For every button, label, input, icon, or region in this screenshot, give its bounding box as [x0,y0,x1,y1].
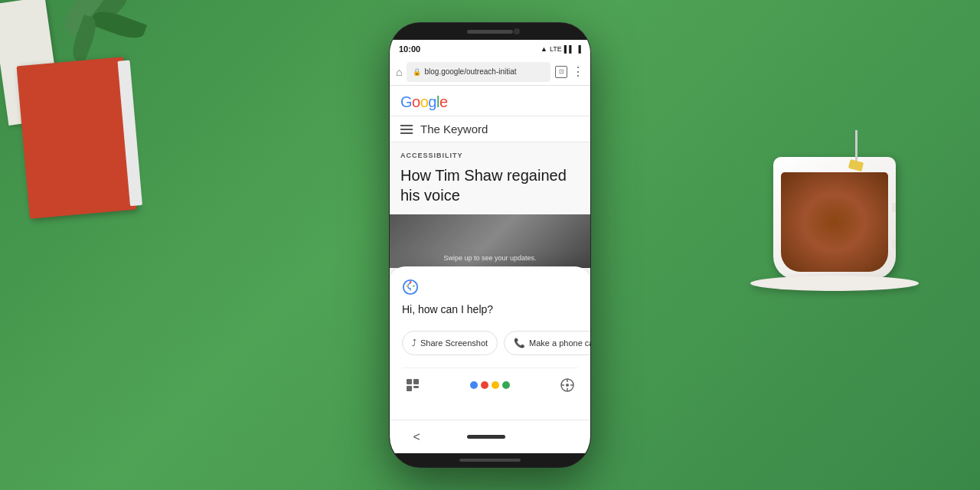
assistant-header [402,279,578,296]
article-category: ACCESSIBILITY [400,152,580,159]
article-section: ACCESSIBILITY How Tim Shaw regained his … [390,142,590,214]
bottom-bar [459,459,521,462]
lock-icon: 🔒 [413,68,421,76]
tea-cup-area [658,0,980,490]
assistant-shortcuts-icon[interactable] [402,374,423,396]
hamburger-menu-icon[interactable] [400,125,413,134]
phone-camera [514,28,520,34]
phone-device: 10:00 ▲ LTE ▌▌ ▐ ⌂ 🔒 blog.google/outreac… [390,23,590,467]
signal-bars-icon: ▌▌ [564,45,574,53]
svg-point-7 [566,384,569,387]
svg-rect-4 [407,386,412,391]
url-bar[interactable]: 🔒 blog.google/outreach-initiat [407,62,550,82]
tab-icon[interactable]: ⊡ [555,66,567,78]
tea-bag-tag [855,130,858,161]
signal-icon: LTE [550,45,562,53]
phone-top-bezel [390,23,590,40]
phone-screen: 10:00 ▲ LTE ▌▌ ▐ ⌂ 🔒 blog.google/outreac… [390,40,590,420]
assistant-suggestions: ⤴ Share Screenshot 📞 Make a phone call [402,331,578,355]
phone-bottom-bezel [390,453,590,467]
scene: 10:00 ▲ LTE ▌▌ ▐ ⌂ 🔒 blog.google/outreac… [0,0,980,490]
page-content: Google The Keyword ACCESSIBILITY How Tim… [390,86,590,420]
url-text: blog.google/outreach-initiat [424,67,516,76]
article-headline[interactable]: How Tim Shaw regained his voice [400,165,580,205]
share-screenshot-label: Share Screenshot [420,338,488,348]
google-logo: Google [400,93,580,111]
assistant-greeting-text: Hi, how can I help? [402,303,578,315]
share-icon: ⤴ [412,338,416,348]
google-assistant-icon [402,279,419,296]
status-icons: ▲ LTE ▌▌ ▐ [541,45,581,53]
share-screenshot-chip[interactable]: ⤴ Share Screenshot [402,331,498,355]
status-bar: 10:00 ▲ LTE ▌▌ ▐ [390,40,590,58]
assistant-bottom-bar [402,368,578,396]
browser-home-icon[interactable]: ⌂ [396,66,402,78]
keyword-nav: The Keyword [390,116,590,142]
phone-call-label: Make a phone call [529,338,590,348]
wifi-icon: ▲ [541,45,547,53]
cup-handle [892,203,896,249]
svg-rect-5 [413,386,419,388]
battery-icon: ▐ [577,45,581,53]
keyword-title: The Keyword [420,122,488,136]
phone-call-chip[interactable]: 📞 Make a phone call [504,331,590,355]
more-options-icon[interactable]: ⋮ [572,64,584,79]
cup-tea [781,172,888,272]
svg-rect-3 [413,379,419,384]
cup-saucer [750,276,919,291]
books-area [0,0,214,490]
swipe-hint-text: Swipe up to see your updates. [443,254,536,262]
phone-icon: 📞 [514,338,525,348]
phone-speaker [467,30,513,34]
status-time: 10:00 [399,44,420,54]
google-logo-area: Google [390,86,590,116]
back-button[interactable]: < [413,430,420,444]
home-pill[interactable] [467,435,505,439]
svg-rect-2 [407,379,412,384]
cup-body [773,157,896,279]
svg-point-1 [410,281,412,283]
article-image: Swipe up to see your updates. [390,214,590,268]
compass-icon[interactable] [557,374,578,396]
assistant-panel: Hi, how can I help? ⤴ Share Screenshot 📞… [390,266,590,420]
notebook-decoration [17,57,137,218]
browser-toolbar: ⌂ 🔒 blog.google/outreach-initiat ⊡ ⋮ [390,58,590,86]
tea-cup [735,92,934,291]
phone-nav-bar: < [390,420,590,453]
google-mic-button[interactable] [470,381,510,389]
